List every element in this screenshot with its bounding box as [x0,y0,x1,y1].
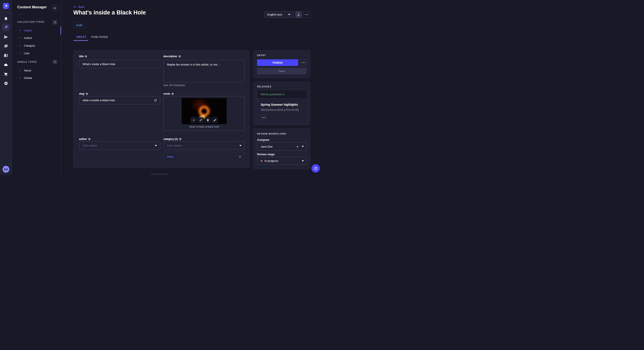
field-label-text: description [163,55,177,58]
strapi-logo-icon [4,4,8,8]
back-link[interactable]: Back [74,5,84,8]
locale-select[interactable]: English (en) [264,11,294,18]
status-badge: Draft [73,22,85,28]
active-item-indicator [60,26,61,35]
home-icon [4,16,8,21]
cover-copy-link-button[interactable] [198,117,204,123]
more-icon [305,14,308,15]
field-label-text: author [79,138,87,141]
collection-types-count: 4 [52,20,57,24]
review-stage-value: In progress [264,159,278,163]
bullet-icon [20,77,20,78]
rail-media-library-button[interactable] [2,42,10,50]
pencil-icon [214,119,216,122]
bullet-icon [20,45,20,46]
trash-icon [206,119,209,122]
chevron-down-icon [155,145,157,146]
sidebar-item-global[interactable]: Global [14,75,59,81]
help-button[interactable] [311,164,320,173]
cover-edit-button[interactable] [212,117,218,123]
globe-icon [88,138,90,140]
search-button[interactable] [52,5,58,11]
rail-content-type-builder-button[interactable] [2,52,10,59]
page-title: What's inside a Black Hole [73,9,146,16]
relation-link-news[interactable]: news [167,155,173,158]
regenerate-icon[interactable] [154,99,157,102]
paper-plane-icon [4,35,8,39]
chevron-down-icon [302,160,304,162]
cover-media-field: what-s-inside-a-black-hole [163,96,245,131]
sidebar-item-author[interactable]: Author [14,35,59,41]
bullet-icon [20,70,20,71]
export-button[interactable] [295,11,302,18]
search-icon [53,7,56,10]
back-label: Back [78,5,84,8]
active-tab-underline [73,40,88,41]
globe-icon [86,93,88,95]
chevron-down-icon [288,14,290,15]
globe-icon [179,138,182,140]
stage-status-dot [261,160,262,162]
cover-add-button[interactable] [191,117,196,123]
slug-field-label: slug [79,92,88,95]
sidebar-item-category[interactable]: Category [14,42,59,48]
review-stage-select[interactable]: In progress [257,157,307,165]
sidebar-item-user[interactable]: User [14,50,59,56]
rail-home-button[interactable] [2,15,10,22]
publish-button[interactable]: Publish [257,59,298,66]
header-more-button[interactable] [303,11,310,18]
description-hint: max. 80 characters [163,84,185,87]
remove-relation-icon[interactable] [239,156,241,158]
releases-heading: RELEASES [257,85,271,88]
rail-marketplace-button[interactable] [2,70,10,78]
rail-cloud-button[interactable] [2,61,10,69]
assignee-value: Jane Doe [261,145,272,148]
user-avatar[interactable]: KD [2,166,9,173]
cover-delete-button[interactable] [205,117,210,123]
link-icon [199,119,202,122]
help-icon [314,167,318,171]
single-types-count: 2 [52,60,57,64]
slug-input[interactable]: what-s-inside-a-black-hole [79,96,160,104]
title-input[interactable]: What's inside a Black Hole [79,60,160,68]
entry-panel: ENTRY Publish Save [254,50,310,78]
rail-divider-bottom [0,165,12,165]
review-stage-label: Review stage [257,153,274,156]
description-textarea[interactable]: Maybe the answer is in this article, or … [163,60,245,82]
release-date: 09/11/2024 at 16:00 (UTC+02:00) [261,108,299,111]
rail-settings-button[interactable] [2,80,10,87]
category-relation-item[interactable]: news [163,152,245,161]
tab-draft[interactable]: DRAFT [77,35,86,38]
sidebar-item-article[interactable]: Article [14,27,59,33]
media-library-icon [4,44,8,48]
sidebar-item-label: About [24,69,31,72]
strapi-logo[interactable] [3,3,9,9]
sidebar-item-label: Article [24,29,32,32]
section-collection-types: COLLECTION TYPES [17,21,44,23]
entry-more-button[interactable] [300,59,306,66]
save-button[interactable]: Save [257,68,306,74]
more-icon [302,62,305,63]
field-label-text: title [79,55,84,58]
cloud-icon [4,63,8,67]
back-arrow-icon [74,5,77,8]
rail-content-manager-button[interactable] [2,23,10,31]
author-relation-select[interactable]: Add relation [79,141,160,150]
assignee-select[interactable]: Jane Doe [257,143,307,151]
edit-form-panel: title What's inside a Black Hole descrip… [73,50,249,168]
release-more-button[interactable] [261,114,267,120]
release-name[interactable]: Spring Summer highlights [261,103,298,106]
clear-assignee-icon[interactable] [296,146,299,148]
globe-icon [178,55,181,58]
tab-published[interactable]: PUBLISHED [91,35,108,38]
cover-filename: what-s-inside-a-black-hole [164,125,245,128]
feather-icon [4,25,8,29]
slug-value: what-s-inside-a-black-hole [83,99,115,102]
add-component-pill[interactable] [150,173,168,175]
rail-releases-button[interactable] [2,33,10,41]
sidebar-item-about[interactable]: About [14,67,59,73]
icon-rail: KD [0,0,12,175]
sidebar-item-label: Global [24,76,32,80]
category-relation-select[interactable]: Add relation [163,141,245,150]
sidebar-item-label: User [24,52,30,55]
